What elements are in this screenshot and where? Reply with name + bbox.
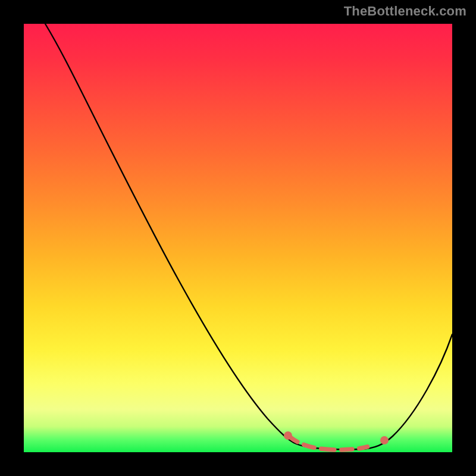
- optimum-band: [290, 437, 382, 450]
- chart-frame: TheBottleneck.com: [0, 0, 476, 476]
- optimum-start-marker: [284, 431, 292, 440]
- watermark-text: TheBottleneck.com: [344, 4, 466, 19]
- plot-area: [24, 24, 452, 452]
- optimum-end-marker: [380, 436, 389, 444]
- bottleneck-curve-svg: [24, 24, 452, 452]
- bottleneck-curve: [45, 24, 452, 449]
